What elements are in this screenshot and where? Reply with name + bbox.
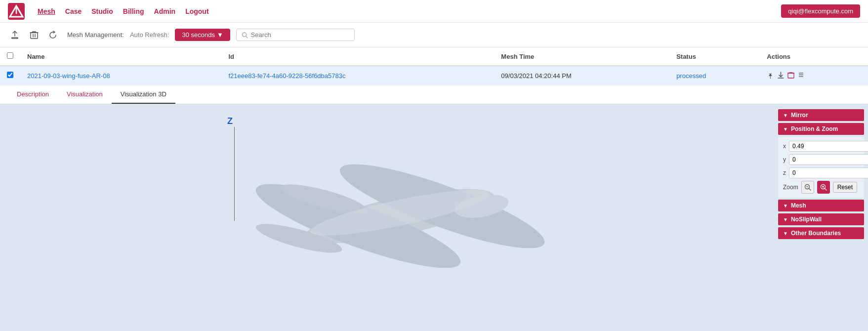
col-actions: Actions <box>760 47 868 66</box>
no-slip-wall-title: NoSlipWall <box>791 216 822 223</box>
search-input[interactable] <box>251 31 349 39</box>
col-mesh-time: Mesh Time <box>494 47 669 66</box>
row-checkbox[interactable] <box>7 72 13 78</box>
mirror-section-header[interactable]: ▼ Mirror <box>778 109 864 121</box>
y-field-row: y <box>783 154 859 165</box>
trash-icon <box>30 31 39 40</box>
navbar-left: Mesh Case Studio Billing Admin Logout <box>8 3 209 20</box>
svg-rect-3 <box>31 33 38 39</box>
search-box <box>236 29 355 41</box>
download-icon <box>777 71 785 79</box>
zoom-out-icon <box>804 184 811 191</box>
tab-description[interactable]: Description <box>8 85 58 104</box>
other-boundaries-title: Other Boundaries <box>791 230 841 237</box>
tab-visualization[interactable]: Visualization <box>58 85 112 104</box>
aircraft-model <box>225 129 571 292</box>
y-label: y <box>783 156 786 163</box>
z-label-field: z <box>783 169 786 176</box>
x-input[interactable] <box>789 141 868 152</box>
col-name: Name <box>20 47 221 66</box>
select-all-checkbox[interactable] <box>7 52 13 59</box>
x-field-row: x <box>783 141 859 152</box>
user-menu-button[interactable]: qiqi@flexcompute.com <box>781 4 860 18</box>
upload-icon <box>10 30 20 40</box>
refresh-button[interactable] <box>46 30 59 41</box>
visualization-3d-area: Z ▼ Mirror ▼ Po <box>0 104 868 292</box>
row-status[interactable]: processed <box>669 66 760 85</box>
position-zoom-body: x y z Zoom <box>778 137 864 198</box>
svg-line-26 <box>825 189 827 191</box>
nav-case[interactable]: Case <box>65 7 82 15</box>
svg-rect-9 <box>788 73 794 78</box>
reset-button[interactable]: Reset <box>833 182 857 193</box>
position-zoom-section-header[interactable]: ▼ Position & Zoom <box>778 123 864 135</box>
no-slip-wall-chevron-icon: ▼ <box>783 217 788 222</box>
mesh-management-label: Mesh Management: <box>67 31 124 39</box>
nav-mesh[interactable]: Mesh <box>38 7 55 15</box>
x-label: x <box>783 143 786 150</box>
list-icon <box>797 71 805 79</box>
nav-admin[interactable]: Admin <box>154 7 176 15</box>
col-id: Id <box>221 47 494 66</box>
other-boundaries-section-header[interactable]: ▼ Other Boundaries <box>778 227 864 239</box>
no-slip-wall-section-header[interactable]: ▼ NoSlipWall <box>778 213 864 225</box>
row-actions: 🖈 <box>767 71 861 80</box>
row-actions-cell: 🖈 <box>760 66 868 85</box>
nav-studio[interactable]: Studio <box>91 7 113 15</box>
toolbar: Mesh Management: Auto Refresh: 30 second… <box>0 23 868 47</box>
canvas-area[interactable]: Z <box>0 104 774 292</box>
mirror-chevron-icon: ▼ <box>783 113 788 118</box>
select-all-header <box>0 47 20 66</box>
delete-button[interactable] <box>28 30 41 41</box>
tabs-bar: Description Visualization Visualization … <box>0 85 868 104</box>
position-zoom-chevron-icon: ▼ <box>783 126 788 132</box>
side-panel: ▼ Mirror ▼ Position & Zoom x y z Zoom <box>774 104 868 292</box>
auto-refresh-dropdown[interactable]: 30 seconds ▼ <box>175 29 230 41</box>
mesh-title: Mesh <box>791 202 806 209</box>
svg-line-7 <box>246 36 247 38</box>
zoom-label: Zoom <box>783 184 798 191</box>
row-id[interactable]: f21eee83-fe74-4a60-9228-56f6dba5783c <box>221 66 494 85</box>
y-input[interactable] <box>789 154 868 165</box>
download-button[interactable] <box>777 71 785 80</box>
mirror-title: Mirror <box>791 112 808 119</box>
zoom-in-button[interactable] <box>817 181 830 194</box>
row-select-cell <box>0 66 20 85</box>
zoom-in-icon <box>820 184 827 191</box>
z-field-row: z <box>783 167 859 178</box>
table-container: Name Id Mesh Time Status Actions 2021-09… <box>0 47 868 85</box>
z-axis-label: Z <box>227 116 233 126</box>
col-status: Status <box>669 47 760 66</box>
navbar: Mesh Case Studio Billing Admin Logout qi… <box>0 0 868 23</box>
pin-button[interactable]: 🖈 <box>767 72 774 80</box>
mesh-chevron-icon: ▼ <box>783 203 788 208</box>
logo-icon <box>8 3 25 20</box>
z-input[interactable] <box>789 167 868 178</box>
zoom-row: Zoom Reset <box>783 181 859 194</box>
mesh-table: Name Id Mesh Time Status Actions 2021-09… <box>0 47 868 85</box>
row-name[interactable]: 2021-09-03-wing-fuse-AR-08 <box>20 66 221 85</box>
search-icon <box>242 32 248 39</box>
row-mesh-time: 09/03/2021 04:20:44 PM <box>494 66 669 85</box>
position-zoom-title: Position & Zoom <box>791 125 838 132</box>
refresh-icon <box>48 31 57 40</box>
nav-billing[interactable]: Billing <box>123 7 144 15</box>
row-delete-button[interactable] <box>787 72 794 80</box>
zoom-out-button[interactable] <box>801 181 814 194</box>
tab-visualization-3d[interactable]: Visualization 3D <box>112 85 175 104</box>
list-button[interactable] <box>797 71 805 80</box>
table-row[interactable]: 2021-09-03-wing-fuse-AR-08 f21eee83-fe74… <box>0 66 868 85</box>
nav-logout[interactable]: Logout <box>185 7 208 15</box>
row-trash-icon <box>787 72 794 79</box>
other-boundaries-chevron-icon: ▼ <box>783 231 788 236</box>
mesh-section-header[interactable]: ▼ Mesh <box>778 200 864 211</box>
upload-button[interactable] <box>8 29 22 41</box>
auto-refresh-label: Auto Refresh: <box>130 31 169 39</box>
svg-line-22 <box>809 189 811 191</box>
chevron-down-icon: ▼ <box>217 31 223 39</box>
